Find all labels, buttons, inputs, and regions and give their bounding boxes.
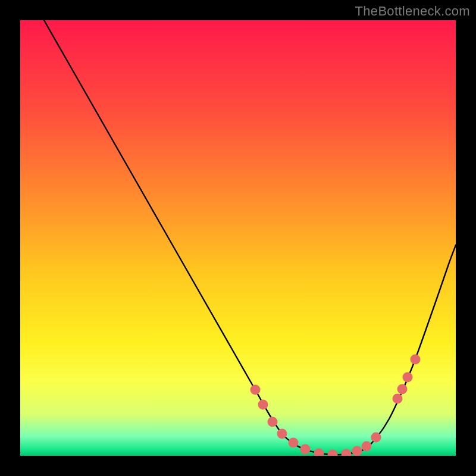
bottleneck-curve [44,20,456,455]
highlight-dot [403,372,413,383]
highlight-dot [300,444,311,455]
highlight-dot [397,384,408,394]
chart-area [20,20,456,456]
highlight-dot [289,438,299,448]
highlight-dot [258,400,268,410]
highlight-dot [352,446,362,456]
highlight-dot [268,417,278,427]
highlight-dot [250,385,261,395]
plot-svg [20,20,456,456]
highlight-dot [362,441,372,452]
highlight-dot [277,429,287,439]
highlight-dot [342,449,352,456]
highlight-dots [250,355,421,456]
highlight-dot [371,433,381,443]
watermark-text: TheBottleneck.com [355,4,470,19]
highlight-dot [328,450,338,456]
highlight-dot [411,355,421,365]
highlight-dot [314,449,324,456]
highlight-dot [393,394,403,404]
